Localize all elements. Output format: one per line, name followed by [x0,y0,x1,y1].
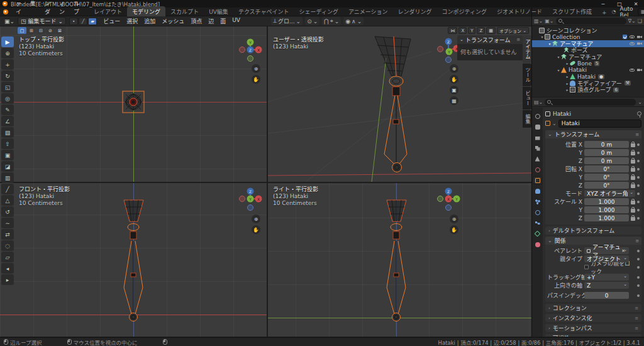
keyframe-dot-icon[interactable] [637,294,640,297]
expand-arrow-icon[interactable]: ▸ [565,87,570,92]
filter-button[interactable]: ∇⌄ [628,18,636,24]
tool-button[interactable]: ▶ [1,36,14,47]
up-axis-dropdown[interactable]: Z [584,282,629,289]
transform-orientation[interactable]: ⟂ グロ... ⌄ [271,17,303,25]
display-mode-button[interactable]: ▣⌄ [545,18,553,24]
navigation-gizmo[interactable]: Z Y X [436,186,461,215]
proportional-edit[interactable]: ◉ ∧⌄ [343,17,364,25]
collapsed-section[interactable]: › コレクション ≡ [545,304,641,312]
value-field[interactable]: 0 m [584,157,629,164]
transform-panel-header[interactable]: ⌄ トランスフォーム ≡ [457,35,523,44]
mirror-icon[interactable]: ⋈ [448,27,457,34]
outliner-row[interactable]: ▾ アーマチュア [532,40,644,47]
lock-icon[interactable] [631,152,635,155]
tool-button[interactable]: ◂ [1,263,14,274]
expand-arrow-icon[interactable]: ▸ [565,74,570,79]
select-mode-button[interactable]: ▰ [88,18,97,25]
render-camera-icon[interactable] [637,42,642,45]
keyframe-dot-icon[interactable] [637,217,640,220]
pan-hand-icon[interactable]: ✋ [450,225,458,234]
transform-panel-header[interactable]: ⌄ トランスフォーム ≡ [545,130,641,138]
delta-transform-section[interactable]: › デルタトランスフォーム [545,226,641,235]
keyframe-dot-icon[interactable] [637,266,640,269]
properties-tab[interactable] [533,134,541,141]
lock-icon[interactable] [631,201,635,204]
expand-arrow-icon[interactable]: ▾ [547,42,552,46]
tool-button[interactable]: ↻ [1,70,14,81]
keyframe-dot-icon[interactable] [637,201,640,203]
pass-index-field[interactable]: 0 [584,292,629,299]
pan-hand-icon[interactable]: ✋ [450,75,458,84]
workspace-tab[interactable]: ジオメトリノード [492,6,547,16]
tool-button[interactable]: ⇧ [1,138,14,149]
keyframe-dot-icon[interactable] [637,168,640,170]
zoom-icon[interactable]: ⊕ [450,64,458,73]
viewport-menu-item[interactable]: 面 [217,17,229,25]
value-field[interactable]: 0° [584,174,629,181]
outliner-row[interactable]: ▾ Hataki [532,67,644,74]
render-camera-icon[interactable] [637,68,642,72]
keyframe-dot-icon[interactable] [637,184,640,187]
visibility-eye-icon[interactable] [630,42,635,45]
workspace-tab[interactable]: レイアウト [89,6,127,16]
mirror-x-button[interactable]: X [458,27,467,34]
visibility-eye-icon[interactable] [630,69,635,72]
viewport-menu-item[interactable]: ビュー [100,17,123,25]
tool-button[interactable]: ◌ [1,240,14,251]
keyframe-dot-icon[interactable] [637,284,640,287]
sidebar-tab[interactable]: 編集 [523,110,531,128]
new-collection-button[interactable]: ❏ [638,18,642,24]
mode-selector[interactable]: ◳ 編集モード ⌄ [18,17,66,25]
clear-parent-icon[interactable]: ✕ [621,248,626,254]
camera-view-icon[interactable]: ▣ [450,86,458,94]
expand-arrow-icon[interactable]: ▸ [565,61,570,65]
outliner-row[interactable]: ▾ アーマチュア [532,53,644,60]
keyframe-dot-icon[interactable] [637,143,640,146]
tool-button[interactable]: ▣ [1,150,14,160]
expand-arrow-icon[interactable]: ▾ [556,68,561,72]
scene-selector[interactable]: ▦ ⌄ Scene ⊼ ❏ ✕ [638,8,644,15]
pan-hand-icon[interactable]: ✋ [252,75,260,84]
snap-toggle[interactable]: ⋂ ⌖⌄ [322,17,341,25]
panel-menu-icon[interactable]: ≡ [516,37,520,42]
object-name-field[interactable]: Hataki [558,120,641,128]
properties-tab[interactable] [533,230,541,237]
outliner-row[interactable]: ▸ 頂点グループ 6 [532,87,644,94]
value-field[interactable]: 0° [584,165,629,172]
options-chevron-icon[interactable]: ⌄ [638,99,642,105]
expand-arrow-icon[interactable]: ▸ [565,81,570,86]
tool-button[interactable]: ∠ [1,116,14,126]
parent-field[interactable]: アーマチュア ✕ [584,247,629,254]
pivot-point[interactable]: ⊙⌄ [305,17,319,25]
tool-button[interactable]: ⇄ [1,229,14,240]
editor-type-button[interactable]: ▥⌄ [534,18,543,24]
navigation-gizmo[interactable]: Y X Z [238,36,263,65]
viewport-menu-item[interactable]: UV [229,17,243,25]
tool-button[interactable]: ◎ [1,93,14,104]
select-op-button[interactable]: ⊘ [46,27,55,34]
properties-tab[interactable] [533,155,541,162]
value-field[interactable]: XYZ オイラー角 [584,190,635,197]
keyframe-dot-icon[interactable] [637,276,640,279]
render-camera-icon[interactable] [637,35,642,39]
viewport-quad-view[interactable]: ▢⊞⊟⊘⊠ ⋈ X Y Z ▦ オプション ⌄ ▶⊕+↻◱◎✎∠▧⇧▣◪▥╱△↺… [0,26,531,337]
outliner-row[interactable]: シーンコレクション [532,27,644,34]
workspace-tab[interactable]: レンダリング [393,6,437,16]
expand-arrow-icon[interactable]: ▾ [556,55,561,59]
collapsed-section[interactable]: › モーションパス ≡ [545,324,641,332]
collapsed-section[interactable]: › 可視性 ≡ [545,334,641,337]
camera-parent-lock-checkbox[interactable] [584,265,589,269]
tool-button[interactable]: ◪ [1,161,14,172]
lock-icon[interactable] [631,176,635,180]
lock-icon[interactable] [631,168,635,172]
tool-button[interactable]: ▱ [1,252,14,262]
properties-tab[interactable] [533,220,541,226]
mirror-z-button[interactable]: Z [477,27,485,34]
tool-button[interactable]: ✎ [1,104,14,115]
keyframe-dot-icon[interactable] [637,209,640,211]
tracking-axis-dropdown[interactable]: +Y [584,274,629,281]
tool-button[interactable]: ▧ [1,127,14,138]
visibility-eye-icon[interactable] [630,35,635,38]
workspace-tab[interactable]: アニメーション [343,6,393,16]
perspective-toggle-icon[interactable]: ▦ [450,96,458,105]
